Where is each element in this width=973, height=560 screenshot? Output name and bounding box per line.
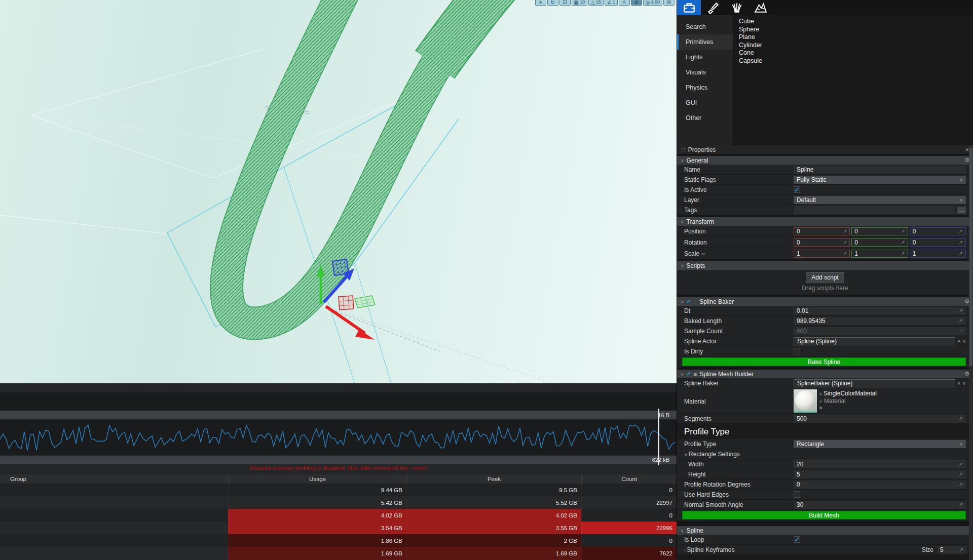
scale-snap-button[interactable]: ∠1 [605,0,618,6]
table-row[interactable]: 1.69 GB 1.69 GB 7622 [0,547,677,559]
drag-handle-icon[interactable]: ↗ [959,228,963,234]
add-script-button[interactable]: Add script [806,272,844,283]
category-primitives[interactable]: Primitives [677,34,733,50]
table-row[interactable]: 1.86 GB 2 GB 0 [0,534,677,547]
list-item-capsule[interactable]: Capsule [739,57,973,65]
position-y-field[interactable]: 0↗ [851,227,908,235]
drag-handle-icon[interactable]: ↗ [843,239,847,245]
spline-actor-field[interactable]: Spline (Spline) [794,337,955,345]
category-lights[interactable]: Lights [677,50,733,65]
height-field[interactable]: 5↗ [794,470,966,478]
grid-snap-button[interactable]: ▦10 [572,0,587,6]
tab-foliage[interactable] [725,0,749,15]
name-input[interactable]: Spline [794,166,966,174]
rectangle-settings-header[interactable]: ∨ Rectangle Settings [677,451,794,458]
dt-field[interactable]: 0.01↗ [794,307,966,315]
table-row[interactable]: 3.54 GB 3.55 GB 22996 [0,522,677,534]
keyframes-size-field[interactable]: 5↗ [938,546,966,554]
category-other[interactable]: Other [677,110,733,126]
normal-smooth-field[interactable]: 30↗ [794,501,966,509]
component-enabled-checkbox[interactable]: ✓ [687,298,691,305]
list-item-sphere[interactable]: Sphere [739,26,973,34]
bake-spline-button[interactable]: Bake Spline [682,357,966,366]
profile-type-dropdown[interactable]: Rectangle ∨ [794,440,966,448]
material-clear[interactable]: × [819,405,877,412]
section-general[interactable]: ∨ General ⚙ [677,156,973,165]
category-search[interactable]: Search [677,19,733,34]
build-mesh-button[interactable]: Build Mesh [682,511,966,519]
category-gui[interactable]: GUI [677,95,733,110]
scale-y-field[interactable]: 1↗ [851,250,908,258]
drag-handle-icon[interactable]: ↗ [901,228,905,234]
profile-rotation-field[interactable]: 0↗ [794,481,966,489]
table-row[interactable]: 5.42 GB 5.52 GB 22997 [0,496,677,509]
camera-speed-button[interactable]: ◎1.00 [643,0,662,6]
link-icon[interactable]: ∞ [701,251,705,257]
drag-handle-icon[interactable]: ↗ [959,471,963,477]
component-enabled-checkbox[interactable]: ✓ [687,371,691,377]
close-icon[interactable]: × [965,146,969,153]
baked-length-field[interactable]: 989.95435↗ [794,317,966,325]
tab-objects[interactable] [677,0,701,15]
rotation-x-field[interactable]: 0↗ [794,238,850,247]
component-spline-baker[interactable]: ∨ ✓ ≡ Spline Baker ⚙ [677,297,973,306]
width-field[interactable]: 20↗ [794,460,966,468]
scale-x-field[interactable]: 1↗ [794,250,850,258]
spline-track-mesh[interactable] [227,0,525,324]
scrollbar-thumb[interactable] [969,148,972,366]
use-hard-edges-checkbox[interactable]: ✓ [794,491,800,498]
drag-handle-icon[interactable]: ↗ [959,239,963,245]
menu-icon[interactable]: ≡ [694,299,697,305]
tags-more-button[interactable]: ... [957,207,966,214]
drag-handle-icon[interactable]: ↗ [959,547,963,552]
gizmo-plane-yz[interactable] [355,296,375,308]
scale-z-field[interactable]: 1↗ [910,250,966,258]
tags-input[interactable] [794,206,955,214]
anchor-mode-button[interactable]: A [619,0,630,6]
section-transform[interactable]: ∨ Transform [677,217,973,226]
tab-terrain[interactable] [749,0,772,15]
comment-button[interactable]: ✉ [663,0,675,6]
rotation-y-field[interactable]: 0↗ [851,238,908,247]
profiler-cursor-line[interactable] [658,409,659,465]
is-active-checkbox[interactable]: ✓ [794,186,800,193]
drag-handle-icon[interactable]: ↗ [901,251,905,256]
list-item-plane[interactable]: Plane [739,33,973,42]
static-flags-dropdown[interactable]: Fully Static ∨ [794,176,966,184]
move-tool-button[interactable]: + [535,0,546,6]
chevron-down-icon[interactable]: ∨ [962,381,966,386]
viewport-3d[interactable]: + ↻ ⊡ ▦10 △15 ∠1 A ⊕ ◎1.00 ✉ [0,0,677,383]
gizmo-axis-x[interactable] [326,306,365,333]
section-scripts[interactable]: ∨ Scripts [677,261,973,270]
header-peek[interactable]: Peek [406,474,581,484]
drag-handle-icon[interactable]: ↗ [959,416,963,421]
clear-icon[interactable]: × [957,338,960,344]
rotate-snap-button[interactable]: △15 [588,0,604,6]
drag-handle-icon[interactable]: ↗ [959,502,963,507]
material-name[interactable]: ∨ SingleColorMaterial [819,390,877,397]
gizmo-axis-x-head[interactable] [355,329,375,340]
drag-handle-icon[interactable]: ↗ [959,482,963,487]
spline-baker-ref-field[interactable]: SplineBaker (Spline) [794,379,955,387]
world-space-button[interactable]: ⊕ [631,0,642,6]
drag-handle-icon[interactable]: ↗ [901,239,905,245]
memory-track-1[interactable] [0,392,677,410]
position-x-field[interactable]: 0↗ [794,227,850,235]
section-spline[interactable]: ∨ Spline [677,526,973,535]
list-item-cube[interactable]: Cube [739,18,973,26]
category-physics[interactable]: Physics [677,80,733,95]
menu-icon[interactable]: ≡ [694,371,697,377]
drag-handle-icon[interactable]: ↗ [843,228,847,234]
layer-dropdown[interactable]: Default ∨ [794,196,966,204]
gizmo-plane-xz[interactable] [339,296,354,310]
material-thumbnail[interactable] [794,389,817,413]
table-row[interactable]: 4.02 GB 4.02 GB 0 [0,509,677,522]
scale-tool-button[interactable]: ⊡ [559,0,571,6]
drag-handle-icon[interactable]: ↗ [843,251,847,256]
segments-field[interactable]: 500↗ [794,415,966,423]
header-usage[interactable]: Usage [228,474,406,484]
rotation-z-field[interactable]: 0↗ [910,238,966,247]
clear-icon[interactable]: × [957,380,960,386]
drag-handle-icon[interactable]: ↗ [959,318,963,324]
component-spline-mesh-builder[interactable]: ∨ ✓ ≡ Spline Mesh Builder ⚙ [677,370,973,378]
